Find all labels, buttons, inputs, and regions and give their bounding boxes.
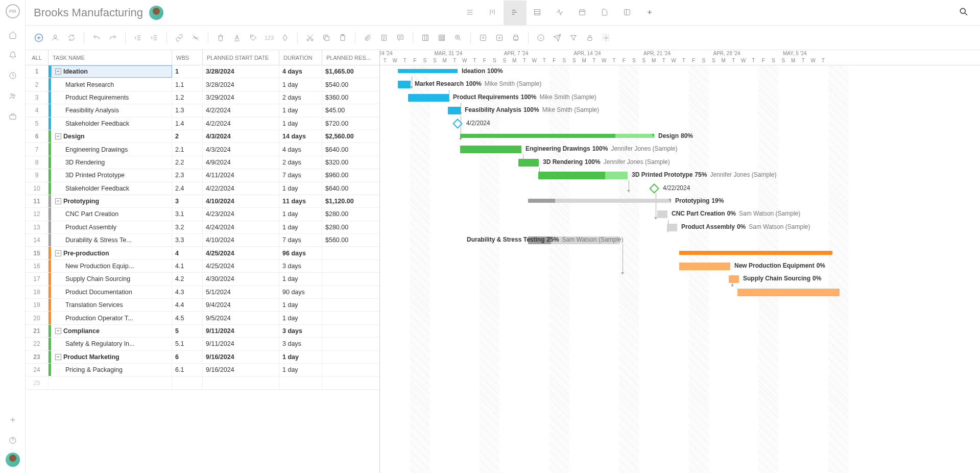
collapse-icon[interactable]: − bbox=[55, 133, 61, 139]
gantt-bar[interactable] bbox=[667, 224, 677, 231]
gantt-body[interactable]: Ideation100%Market Research100%Mike Smit… bbox=[380, 65, 980, 473]
table-row[interactable]: 4Feasibility Analysis1.34/2/20241 day$45… bbox=[26, 104, 379, 117]
table-row[interactable]: 12CNC Part Creation3.14/23/20241 day$280… bbox=[26, 208, 379, 221]
collapse-icon[interactable]: − bbox=[55, 198, 61, 204]
gantt-bar[interactable] bbox=[408, 94, 449, 102]
gantt-bar[interactable] bbox=[518, 159, 539, 167]
column-duration[interactable]: DURATION bbox=[279, 50, 322, 65]
column-planned-start[interactable]: PLANNED START DATE bbox=[203, 50, 279, 65]
table-row[interactable]: 13Product Assembly3.24/24/20241 day$280.… bbox=[26, 221, 379, 234]
gantt-bar[interactable] bbox=[679, 251, 832, 255]
table-row[interactable]: 93D Printed Prototype2.34/11/20247 days$… bbox=[26, 169, 379, 182]
note-icon[interactable] bbox=[377, 31, 391, 45]
gantt-chart[interactable]: MAR, 24 '24MAR, 31 '24APR, 7 '24APR, 14 … bbox=[380, 50, 980, 473]
project-avatar[interactable] bbox=[149, 6, 163, 20]
gantt-bar[interactable] bbox=[657, 210, 667, 218]
attach-icon[interactable] bbox=[361, 31, 375, 45]
grid-body[interactable]: 1−Ideation13/28/20244 days$1,665.002Mark… bbox=[26, 65, 379, 473]
briefcase-icon[interactable] bbox=[5, 108, 21, 125]
paste-icon[interactable] bbox=[336, 31, 350, 45]
outdent-icon[interactable] bbox=[131, 31, 145, 45]
search-icon[interactable] bbox=[955, 4, 972, 21]
send-icon[interactable] bbox=[550, 31, 564, 45]
columns-icon[interactable] bbox=[418, 31, 433, 45]
gantt-milestone[interactable] bbox=[649, 183, 659, 194]
text-color-icon[interactable] bbox=[230, 31, 244, 45]
collapse-icon[interactable]: − bbox=[55, 250, 61, 256]
export-icon[interactable] bbox=[492, 31, 507, 45]
view-gantt-icon[interactable] bbox=[504, 1, 526, 25]
column-planned-resource[interactable]: PLANNED RES... bbox=[322, 50, 379, 65]
table-row[interactable]: 21−Compliance59/11/20243 days bbox=[26, 325, 379, 338]
table-row[interactable]: 11−Prototyping34/10/202411 days$1,120.00 bbox=[26, 195, 379, 208]
number-format-label[interactable]: 123 bbox=[262, 35, 276, 41]
table-row[interactable]: 22Safety & Regulatory In...5.19/11/20243… bbox=[26, 338, 379, 350]
gantt-bar[interactable] bbox=[398, 81, 411, 88]
redo-icon[interactable] bbox=[106, 31, 120, 45]
table-row[interactable]: 23−Product Marketing69/16/20241 day bbox=[26, 351, 379, 364]
settings-icon[interactable] bbox=[599, 31, 613, 45]
table-row[interactable]: 10Stakeholder Feedback2.44/22/20241 day$… bbox=[26, 182, 379, 195]
delete-icon[interactable] bbox=[213, 31, 228, 45]
refresh-icon[interactable] bbox=[64, 31, 79, 45]
clock-icon[interactable] bbox=[5, 67, 21, 84]
table-row[interactable]: 7Engineering Drawings2.14/3/20244 days$6… bbox=[26, 143, 379, 156]
unlink-icon[interactable] bbox=[188, 31, 203, 45]
view-dashboard-icon[interactable] bbox=[616, 1, 638, 25]
add-icon[interactable] bbox=[5, 412, 21, 428]
table-row[interactable]: 17Supply Chain Sourcing4.24/30/20241 day bbox=[26, 273, 379, 286]
table-row[interactable]: 6−Design24/3/202414 days$2,560.00 bbox=[26, 130, 379, 143]
gantt-bar[interactable] bbox=[448, 107, 461, 114]
milestone-icon[interactable] bbox=[278, 31, 292, 45]
table-row[interactable]: 20Production Operator T...4.59/5/20241 d… bbox=[26, 312, 379, 324]
table-row[interactable]: 5Stakeholder Feedback1.44/2/20241 day$72… bbox=[26, 117, 379, 130]
cut-icon[interactable] bbox=[303, 31, 317, 45]
table-row[interactable]: 14Durability & Stress Te...3.34/10/20247… bbox=[26, 234, 379, 247]
gantt-bar[interactable] bbox=[460, 134, 654, 138]
filter-icon[interactable] bbox=[566, 31, 581, 45]
view-calendar-icon[interactable] bbox=[571, 1, 593, 25]
import-icon[interactable] bbox=[476, 31, 490, 45]
table-row[interactable]: 2Market Research1.13/28/20241 day$540.00 bbox=[26, 78, 379, 91]
gantt-bar[interactable] bbox=[737, 289, 840, 296]
grid-icon[interactable] bbox=[435, 31, 449, 45]
info-icon[interactable] bbox=[534, 31, 548, 45]
view-sheet-icon[interactable] bbox=[526, 1, 548, 25]
table-row[interactable]: 1−Ideation13/28/20244 days$1,665.00 bbox=[26, 65, 379, 78]
gantt-bar[interactable] bbox=[679, 263, 730, 270]
column-all[interactable]: ALL bbox=[26, 50, 49, 65]
view-list-icon[interactable] bbox=[459, 1, 481, 25]
table-row[interactable]: 19Translation Services4.49/4/20241 day bbox=[26, 299, 379, 312]
gantt-bar[interactable] bbox=[528, 199, 671, 203]
collapse-icon[interactable]: − bbox=[55, 354, 61, 360]
gantt-bar[interactable] bbox=[729, 275, 739, 283]
assign-icon[interactable] bbox=[48, 31, 62, 45]
notifications-icon[interactable] bbox=[5, 47, 21, 63]
gantt-bar[interactable] bbox=[460, 146, 521, 153]
view-file-icon[interactable] bbox=[593, 1, 616, 25]
tag-icon[interactable] bbox=[246, 31, 260, 45]
collapse-icon[interactable]: − bbox=[55, 68, 61, 75]
view-activity-icon[interactable] bbox=[548, 1, 571, 25]
add-task-icon[interactable] bbox=[32, 31, 46, 45]
table-row[interactable]: 18Product Documentation4.35/1/202490 day… bbox=[26, 286, 379, 299]
zoom-icon[interactable] bbox=[451, 31, 465, 45]
table-row[interactable]: 24Pricing & Packaging6.19/16/20241 day bbox=[26, 364, 379, 376]
copy-icon[interactable] bbox=[319, 31, 333, 45]
team-icon[interactable] bbox=[5, 88, 21, 104]
link-icon[interactable] bbox=[172, 31, 186, 45]
table-row[interactable]: 16New Production Equip...4.14/25/20243 d… bbox=[26, 260, 379, 273]
view-board-icon[interactable] bbox=[481, 1, 504, 25]
table-row[interactable]: 25 bbox=[26, 376, 379, 389]
home-icon[interactable] bbox=[5, 27, 21, 43]
user-avatar[interactable] bbox=[6, 453, 20, 467]
print-icon[interactable] bbox=[509, 31, 523, 45]
lock-icon[interactable] bbox=[583, 31, 597, 45]
app-logo[interactable]: PM bbox=[6, 4, 20, 18]
gantt-bar[interactable] bbox=[398, 69, 458, 73]
column-wbs[interactable]: WBS bbox=[172, 50, 203, 65]
gantt-bar[interactable] bbox=[538, 172, 628, 179]
help-icon[interactable] bbox=[5, 432, 21, 448]
table-row[interactable]: 15−Pre-production44/25/202496 days bbox=[26, 247, 379, 259]
table-row[interactable]: 83D Rendering2.24/9/20242 days$320.00 bbox=[26, 156, 379, 169]
